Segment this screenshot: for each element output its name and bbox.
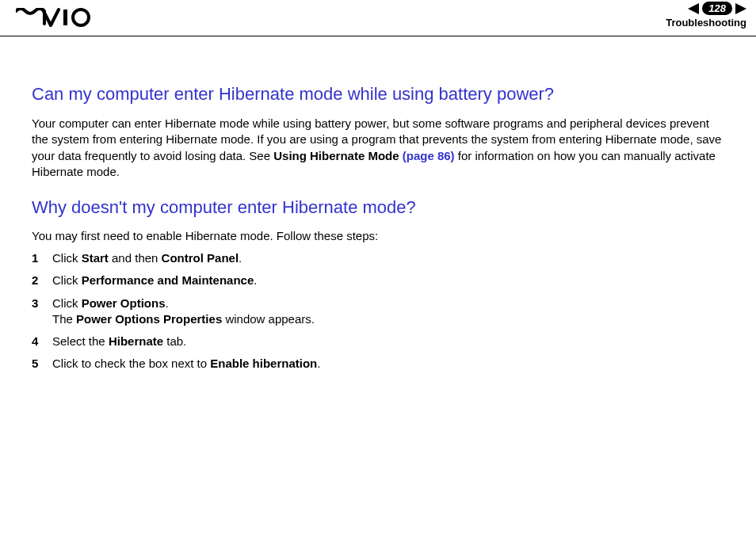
heading-enable-hibernate: Why doesn't my computer enter Hibernate … [32, 197, 724, 218]
text: . [166, 296, 169, 310]
page-content: Can my computer enter Hibernate mode whi… [0, 36, 756, 372]
page-header: 128 Troubleshooting [0, 0, 756, 36]
step-body: Click to check the box next to Enable hi… [52, 356, 320, 372]
intro-text: You may first need to enable Hibernate m… [32, 229, 724, 242]
list-item: 1 Click Start and then Control Panel. [32, 250, 724, 266]
step-body: Select the Hibernate tab. [52, 334, 186, 349]
step-body: Click Power Options. The Power Options P… [52, 296, 315, 328]
prev-page-arrow-icon[interactable] [688, 3, 699, 14]
text: . [239, 251, 242, 265]
next-page-arrow-icon[interactable] [735, 3, 746, 14]
steps-list: 1 Click Start and then Control Panel. 2 … [32, 250, 724, 372]
text-bold: Power Options [82, 296, 166, 310]
text: window appears. [222, 312, 315, 326]
paragraph-battery-hibernate: Your computer can enter Hibernate mode w… [32, 116, 724, 180]
vaio-logo [16, 8, 95, 30]
list-item: 2 Click Performance and Maintenance. [32, 273, 724, 288]
text: tab. [163, 334, 186, 348]
text-bold: Enable hibernation [210, 357, 317, 370]
list-item: 3 Click Power Options. The Power Options… [32, 296, 724, 328]
text: Click [52, 273, 82, 287]
heading-battery-hibernate: Can my computer enter Hibernate mode whi… [32, 84, 724, 105]
section-label: Troubleshooting [666, 17, 746, 29]
text: Click [52, 296, 82, 310]
text-bold: Control Panel [162, 251, 239, 265]
step-number: 1 [32, 250, 52, 266]
list-item: 5 Click to check the box next to Enable … [32, 356, 724, 372]
text: . [254, 273, 257, 287]
page-nav: 128 Troubleshooting [666, 2, 746, 29]
page-reference-link[interactable]: (page 86) [403, 149, 455, 162]
svg-point-1 [73, 10, 89, 25]
step-body: Click Performance and Maintenance. [52, 273, 257, 288]
step-number: 4 [32, 334, 52, 349]
text-bold: Power Options Properties [76, 312, 222, 326]
svg-rect-0 [63, 10, 67, 25]
text-bold: Using Hibernate Mode [273, 149, 403, 162]
text: Click to check the box next to [52, 357, 210, 370]
text: . [317, 357, 320, 370]
step-number: 3 [32, 296, 52, 328]
list-item: 4 Select the Hibernate tab. [32, 334, 724, 349]
text: The [52, 312, 76, 326]
text-bold: Hibernate [109, 334, 163, 348]
text: Select the [52, 334, 109, 348]
text-bold: Performance and Maintenance [82, 273, 254, 287]
text: Click [52, 251, 82, 265]
step-body: Click Start and then Control Panel. [52, 250, 242, 266]
text: and then [109, 251, 162, 265]
text-bold: Start [82, 251, 109, 265]
page-number-badge: 128 [702, 2, 732, 15]
step-number: 2 [32, 273, 52, 288]
step-number: 5 [32, 356, 52, 372]
